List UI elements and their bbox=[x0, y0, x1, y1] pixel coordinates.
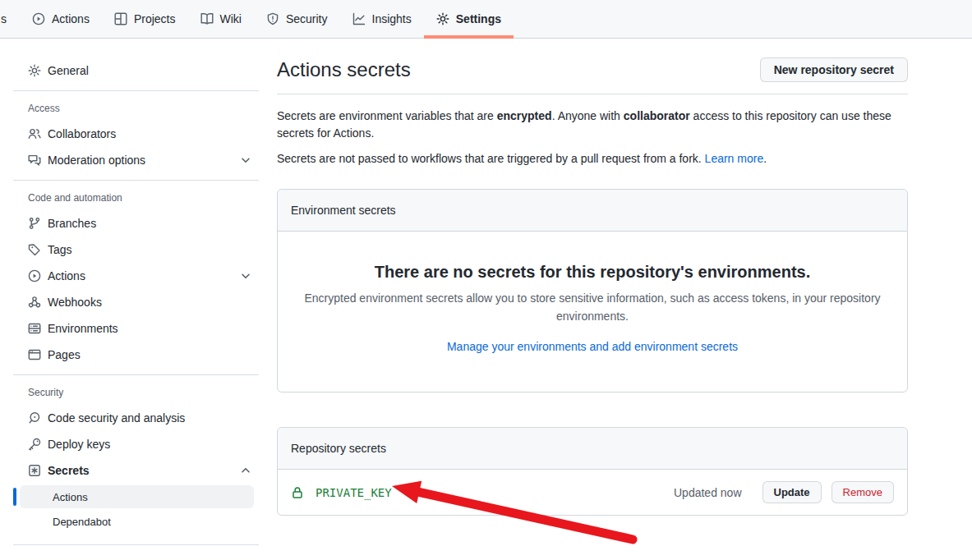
play-icon bbox=[28, 269, 41, 282]
sidebar-item-label: General bbox=[48, 64, 89, 77]
repository-secrets-header: Repository secrets bbox=[278, 428, 907, 470]
learn-more-link[interactable]: Learn more bbox=[705, 152, 764, 165]
sidebar-item-label: Deploy keys bbox=[48, 438, 110, 451]
asterisk-box-icon bbox=[28, 464, 41, 477]
sidebar-subitem-label: Actions bbox=[53, 491, 88, 503]
empty-state-description: Encrypted environment secrets allow you … bbox=[297, 290, 887, 325]
tab-projects[interactable]: Projects bbox=[102, 0, 188, 38]
sidebar-divider bbox=[13, 90, 259, 91]
sidebar-item-moderation-options[interactable]: Moderation options bbox=[13, 147, 259, 173]
secret-updated-timestamp: Updated now bbox=[674, 486, 742, 499]
play-icon bbox=[32, 12, 45, 25]
tab-security[interactable]: Security bbox=[254, 0, 340, 38]
server-icon bbox=[28, 322, 41, 335]
tag-icon bbox=[28, 243, 41, 256]
settings-sidebar: General Access Collaborators Moderation … bbox=[13, 57, 259, 552]
remove-secret-button[interactable]: Remove bbox=[831, 481, 894, 503]
page-header: Actions secrets New repository secret bbox=[277, 57, 908, 94]
sidebar-section-security: Security bbox=[13, 382, 259, 405]
sidebar-item-label: Actions bbox=[48, 269, 85, 282]
browser-icon bbox=[28, 348, 41, 361]
project-icon bbox=[114, 12, 127, 25]
new-repository-secret-button[interactable]: New repository secret bbox=[760, 57, 908, 82]
sidebar-item-collaborators[interactable]: Collaborators bbox=[13, 121, 259, 147]
sidebar-item-tags[interactable]: Tags bbox=[13, 236, 259, 263]
sidebar-item-label: Environments bbox=[48, 322, 118, 335]
chevron-down-icon bbox=[239, 269, 252, 282]
sidebar-item-label: Secrets bbox=[48, 464, 90, 477]
fork-note: Secrets are not passed to workflows that… bbox=[277, 150, 908, 168]
sidebar-item-environments[interactable]: Environments bbox=[13, 315, 259, 342]
sidebar-item-label: Webhooks bbox=[48, 296, 102, 309]
tab-actions[interactable]: Actions bbox=[20, 0, 102, 38]
sidebar-item-label: Collaborators bbox=[48, 127, 116, 140]
repo-tab-bar: s Actions Projects Wiki Security bbox=[0, 0, 972, 39]
sidebar-section-code-automation: Code and automation bbox=[13, 187, 259, 210]
environment-secrets-header-label: Environment secrets bbox=[291, 204, 396, 217]
environment-secrets-header: Environment secrets bbox=[278, 190, 907, 232]
secret-name: PRIVATE_KEY bbox=[316, 486, 392, 499]
tab-label: Settings bbox=[456, 12, 501, 25]
sidebar-item-secrets[interactable]: Secrets bbox=[13, 457, 259, 484]
fork-note-text: Secrets are not passed to workflows that… bbox=[277, 152, 705, 165]
chevron-up-icon bbox=[239, 464, 252, 477]
key-icon bbox=[28, 438, 41, 451]
sidebar-subitem-label: Dependabot bbox=[53, 516, 111, 528]
manage-environments-link[interactable]: Manage your environments and add environ… bbox=[447, 340, 738, 353]
tab-settings[interactable]: Settings bbox=[424, 0, 514, 38]
git-branch-icon bbox=[28, 217, 41, 230]
tab-label: Projects bbox=[134, 12, 176, 25]
empty-state-title: There are no secrets for this repository… bbox=[297, 263, 887, 282]
sidebar-subitem-secrets-dependabot[interactable]: Dependabot bbox=[20, 510, 254, 533]
sidebar-section-access: Access bbox=[13, 98, 259, 121]
environment-secrets-box: Environment secrets There are no secrets… bbox=[277, 189, 908, 392]
sidebar-item-label: Moderation options bbox=[48, 154, 145, 167]
secret-row: PRIVATE_KEY Updated now Update Remove bbox=[278, 470, 907, 515]
book-icon bbox=[200, 12, 214, 25]
repository-secrets-box: Repository secrets PRIVATE_KEY Updated n… bbox=[277, 427, 908, 516]
repository-secrets-header-label: Repository secrets bbox=[291, 442, 386, 455]
gear-icon bbox=[28, 64, 41, 77]
sidebar-item-code-security[interactable]: Code security and analysis bbox=[13, 405, 259, 431]
webhook-icon bbox=[28, 296, 41, 309]
actions-secrets-page: Actions secrets New repository secret Se… bbox=[277, 57, 908, 516]
sidebar-item-deploy-keys[interactable]: Deploy keys bbox=[13, 431, 259, 457]
repo-tabs: Actions Projects Wiki Security Insights bbox=[20, 0, 514, 38]
shield-icon bbox=[266, 12, 279, 25]
sidebar-item-pages[interactable]: Pages bbox=[13, 342, 259, 368]
tab-insights[interactable]: Insights bbox=[340, 0, 424, 38]
tab-label: Actions bbox=[52, 12, 90, 25]
tab-label: Insights bbox=[372, 12, 412, 25]
tab-label: Security bbox=[286, 12, 328, 25]
graph-icon bbox=[352, 12, 366, 25]
environment-secrets-empty-state: There are no secrets for this repository… bbox=[278, 232, 907, 392]
codescan-icon bbox=[28, 411, 41, 425]
tab-label: Wiki bbox=[220, 12, 242, 25]
sidebar-item-webhooks[interactable]: Webhooks bbox=[13, 289, 259, 315]
fork-note-period: . bbox=[763, 152, 767, 165]
lock-icon bbox=[291, 486, 304, 499]
description-bold-encrypted: encrypted bbox=[497, 109, 552, 122]
comment-discussion-icon bbox=[28, 154, 41, 167]
description-bold-collaborator: collaborator bbox=[624, 109, 690, 122]
people-icon bbox=[28, 127, 41, 140]
update-secret-button[interactable]: Update bbox=[762, 481, 822, 503]
page-title: Actions secrets bbox=[277, 58, 411, 81]
sidebar-item-label: Pages bbox=[48, 348, 81, 361]
active-indicator bbox=[13, 488, 16, 506]
sidebar-item-label: Branches bbox=[48, 217, 96, 230]
secrets-description: Secrets are environment variables that a… bbox=[277, 108, 908, 142]
tab-wiki[interactable]: Wiki bbox=[188, 0, 254, 38]
chevron-down-icon bbox=[239, 154, 252, 167]
gear-icon bbox=[436, 12, 449, 25]
sidebar-item-actions[interactable]: Actions bbox=[13, 263, 259, 289]
sidebar-subitem-secrets-actions[interactable]: Actions bbox=[20, 485, 254, 508]
sidebar-item-general[interactable]: General bbox=[13, 57, 259, 84]
sidebar-divider bbox=[13, 374, 259, 375]
sidebar-item-label: Tags bbox=[48, 243, 72, 256]
clipped-tab-fragment[interactable]: s bbox=[1, 12, 7, 25]
sidebar-divider bbox=[13, 180, 259, 181]
sidebar-item-branches[interactable]: Branches bbox=[13, 210, 259, 236]
description-text: Secrets are environment variables that a… bbox=[277, 109, 497, 122]
sidebar-divider bbox=[13, 544, 259, 545]
